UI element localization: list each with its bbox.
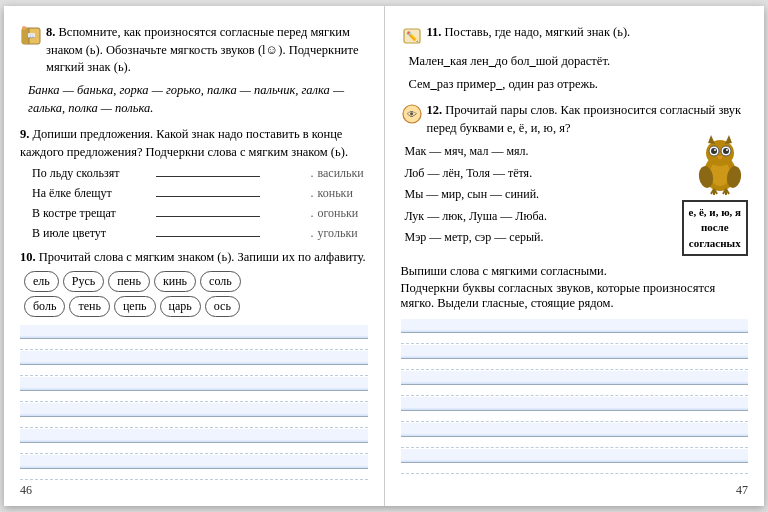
word-item: ель [24, 271, 59, 292]
writing-line-dotted [20, 366, 368, 376]
task-10: 10. Прочитай слова с мягким знаком (ь). … [20, 249, 368, 317]
book-icon: 📖 [20, 25, 42, 47]
task10-text: 10. Прочитай слова с мягким знаком (ь). … [20, 249, 368, 267]
blank-field[interactable] [156, 183, 260, 197]
table-row: На ёлке блещут . коньки [32, 183, 368, 201]
task9-rows: По льду скользят . васильки На ёлке блещ… [32, 163, 368, 241]
writing-line [401, 345, 749, 359]
svg-text:📖: 📖 [27, 31, 36, 40]
writing-line-dotted [20, 418, 368, 428]
svg-point-19 [726, 149, 728, 151]
owl-illustration [693, 131, 748, 200]
writing-line [20, 351, 368, 365]
writing-line [20, 455, 368, 469]
writing-area-right [401, 319, 749, 474]
table-row: По льду скользят . васильки [32, 163, 368, 181]
writing-line [20, 429, 368, 443]
writing-line [401, 319, 749, 333]
blank-field[interactable] [156, 203, 260, 217]
task11-line1: Мален_кая лен_до бол_шой дорастёт. [409, 51, 749, 71]
svg-marker-13 [725, 135, 732, 144]
owl-svg [693, 131, 748, 196]
task11-text: 11. Поставь, где надо, мягкий знак (ь). [427, 24, 631, 42]
word-item: соль [200, 271, 241, 292]
table-row: В костре трещат . огоньки [32, 203, 368, 221]
word-item: цепь [114, 296, 156, 317]
task8-example: Банка — банька, горка — горько, палка — … [28, 81, 368, 119]
writing-line-dotted [401, 334, 749, 344]
writing-line-dotted [401, 438, 749, 448]
svg-point-17 [723, 148, 729, 154]
task8-text: 8. Вспомните, как произносятся согласные… [46, 24, 368, 77]
task12-instruction1: Выпиши слова с мягкими согласными. [401, 264, 749, 279]
page-number-right: 47 [736, 483, 748, 498]
task11-line2: Сем_раз пример_, один раз отрежь. [409, 74, 749, 94]
word-list-row1: ель Русь пень кинь соль [24, 271, 364, 292]
writing-line-dotted [401, 360, 749, 370]
page-number-left: 46 [20, 483, 32, 498]
writing-line-dotted [401, 386, 749, 396]
page-left: 📖 8. Вспомните, как произносятся согласн… [4, 6, 385, 506]
task12-content: е, ё, и, ю, япослесогласных Мак — мяч, м… [401, 141, 749, 260]
table-row: В июле цветут . угольки [32, 223, 368, 241]
word-item: царь [160, 296, 201, 317]
book-spread: 📖 8. Вспомните, как произносятся согласн… [4, 6, 764, 506]
writing-area-left [20, 325, 368, 480]
vowel-box: е, ё, и, ю, япослесогласных [682, 200, 748, 256]
writing-line-dotted [20, 340, 368, 350]
word-item: тень [69, 296, 109, 317]
task9-text: 9. Допиши предложения. Какой знак надо п… [20, 126, 368, 161]
word-item: пень [108, 271, 150, 292]
page-right: ✏️ 11. Поставь, где надо, мягкий знак (ь… [385, 6, 765, 506]
task-8: 📖 8. Вспомните, как произносятся согласн… [20, 24, 368, 118]
svg-point-18 [714, 149, 716, 151]
writing-line [401, 371, 749, 385]
writing-line [20, 325, 368, 339]
writing-line-dotted [20, 392, 368, 402]
svg-point-16 [711, 148, 717, 154]
svg-text:✏️: ✏️ [406, 30, 419, 43]
word-item: ось [205, 296, 240, 317]
writing-line [401, 397, 749, 411]
writing-line [401, 449, 749, 463]
word-item: кинь [154, 271, 196, 292]
task12-instruction2: Подчеркни буквы согласных звуков, которы… [401, 281, 749, 311]
blank-field[interactable] [156, 223, 260, 237]
task-12: 👁 12. Прочитай пары слов. Как произносит… [401, 102, 749, 311]
task-9: 9. Допиши предложения. Какой знак надо п… [20, 126, 368, 241]
pencil-icon: ✏️ [401, 25, 423, 47]
word-item: Русь [63, 271, 104, 292]
writing-line-dotted [20, 444, 368, 454]
svg-marker-12 [708, 135, 715, 144]
listen-icon: 👁 [401, 103, 423, 125]
word-item: боль [24, 296, 65, 317]
writing-line [20, 377, 368, 391]
writing-line-dotted [401, 412, 749, 422]
word-list-row2: боль тень цепь царь ось [24, 296, 364, 317]
writing-line [401, 423, 749, 437]
task-11: ✏️ 11. Поставь, где надо, мягкий знак (ь… [401, 24, 749, 94]
writing-line-dotted [20, 470, 368, 480]
writing-line-dotted [401, 464, 749, 474]
svg-point-4 [22, 26, 26, 30]
svg-text:👁: 👁 [407, 109, 417, 120]
writing-line [20, 403, 368, 417]
blank-field[interactable] [156, 163, 260, 177]
